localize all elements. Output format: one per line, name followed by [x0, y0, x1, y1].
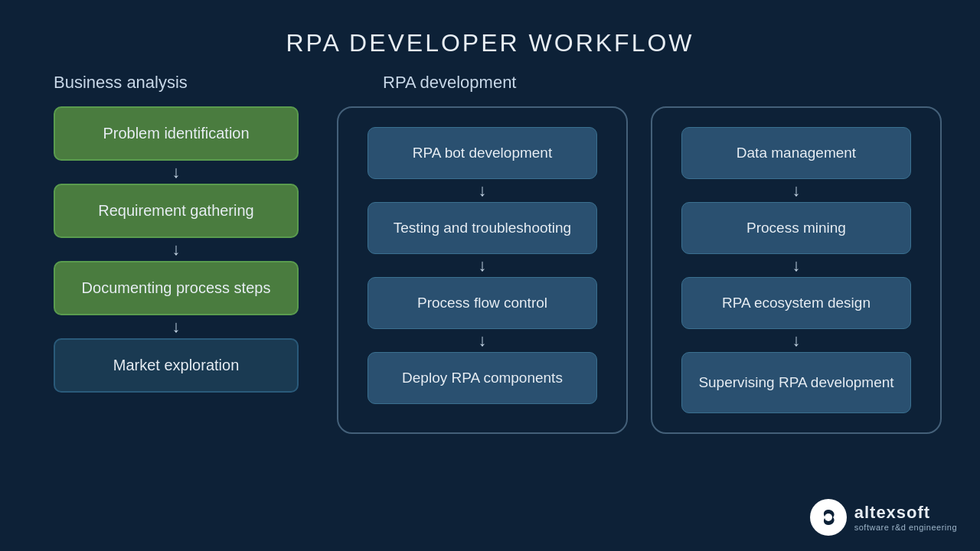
arrow-3: ↓	[172, 318, 181, 335]
problem-identification-text: Problem identification	[103, 125, 249, 142]
process-mining-box: Process mining	[681, 202, 911, 254]
rpa-arrow-2: ↓	[479, 257, 487, 274]
rpa2-arrow-2: ↓	[792, 257, 801, 274]
content-area: Business analysis Problem identification…	[0, 73, 980, 434]
rpa-development-label: RPA development	[383, 73, 942, 93]
supervising-rpa-text: Supervising RPA development	[698, 374, 893, 391]
business-analysis-label: Business analysis	[54, 73, 188, 93]
rpa-ecosystem-design-text: RPA ecosystem design	[722, 295, 871, 311]
business-analysis-boxes: Problem identification ↓ Requirement gat…	[38, 106, 314, 393]
rpa-bot-development-text: RPA bot development	[413, 145, 552, 161]
deploy-rpa-components-box: Deploy RPA components	[368, 352, 597, 404]
logo-subtitle: software r&d engineering	[854, 523, 957, 532]
arrow-2: ↓	[172, 241, 181, 258]
rpa-group-1: RPA bot development ↓ Testing and troubl…	[337, 106, 628, 434]
requirement-gathering-box: Requirement gathering	[54, 184, 299, 238]
market-exploration-text: Market exploration	[113, 357, 240, 373]
documenting-process-text: Documenting process steps	[82, 279, 271, 296]
documenting-process-box: Documenting process steps	[54, 261, 299, 315]
logo-area: altexsoft software r&d engineering	[810, 499, 957, 536]
rpa-group-2: Data management ↓ Process mining ↓ RPA e…	[651, 106, 942, 434]
rpa-ecosystem-design-box: RPA ecosystem design	[681, 277, 911, 329]
supervising-rpa-box: Supervising RPA development	[681, 352, 911, 413]
business-analysis-section: Business analysis Problem identification…	[38, 73, 314, 393]
rpa-arrow-3: ↓	[479, 332, 487, 349]
rpa-development-section: RPA development RPA bot development ↓ Te…	[337, 73, 942, 434]
rpa-columns: RPA bot development ↓ Testing and troubl…	[337, 106, 942, 434]
data-management-text: Data management	[737, 145, 856, 161]
deploy-rpa-text: Deploy RPA components	[402, 370, 563, 386]
logo-text-group: altexsoft software r&d engineering	[854, 503, 957, 532]
page-title: RPA DEVELOPER WORKFLOW	[0, 0, 980, 65]
logo-icon	[810, 499, 847, 536]
logo-name: altexsoft	[854, 503, 957, 523]
problem-identification-box: Problem identification	[54, 106, 299, 161]
arrow-1: ↓	[172, 164, 181, 181]
rpa-arrow-1: ↓	[479, 182, 487, 199]
requirement-gathering-text: Requirement gathering	[98, 202, 253, 219]
testing-troubleshooting-text: Testing and troubleshooting	[394, 220, 571, 236]
rpa2-arrow-1: ↓	[792, 182, 801, 199]
process-flow-control-text: Process flow control	[417, 295, 547, 311]
altexsoft-logo-svg	[815, 504, 842, 531]
market-exploration-box: Market exploration	[54, 338, 299, 393]
testing-troubleshooting-box: Testing and troubleshooting	[368, 202, 597, 254]
rpa-bot-development-box: RPA bot development	[368, 127, 597, 179]
svg-point-1	[825, 514, 832, 521]
process-mining-text: Process mining	[746, 220, 846, 236]
data-management-box: Data management	[681, 127, 911, 179]
rpa2-arrow-3: ↓	[792, 332, 801, 349]
process-flow-control-box: Process flow control	[368, 277, 597, 329]
